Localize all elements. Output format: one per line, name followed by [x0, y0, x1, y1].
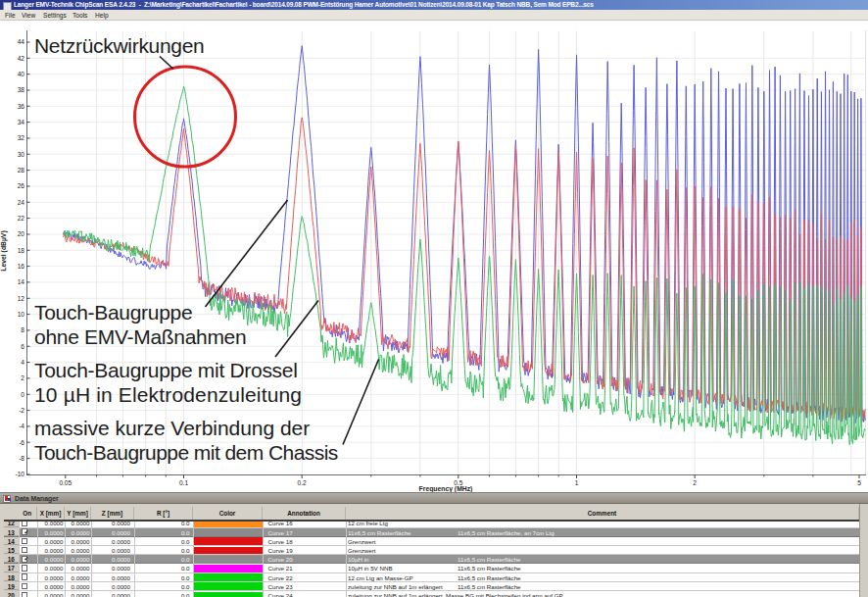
svg-text:36: 36: [18, 103, 25, 110]
svg-text:Netzrückwirkungen: Netzrückwirkungen: [34, 34, 204, 57]
svg-text:18: 18: [18, 247, 25, 254]
svg-text:28: 28: [18, 167, 25, 174]
svg-text:ohne EMV-Maßnahmen: ohne EMV-Maßnahmen: [34, 325, 246, 348]
svg-text:0.05: 0.05: [59, 479, 72, 486]
svg-text:2: 2: [693, 479, 697, 486]
svg-text:0.2: 0.2: [298, 479, 307, 486]
svg-text:12: 12: [18, 295, 25, 302]
svg-text:30: 30: [18, 151, 25, 158]
svg-text:22: 22: [18, 215, 25, 222]
svg-text:34: 34: [18, 119, 25, 125]
svg-text:40: 40: [18, 71, 25, 77]
svg-text:32: 32: [18, 134, 25, 141]
svg-text:14: 14: [18, 278, 25, 285]
svg-text:-8: -8: [19, 455, 24, 462]
svg-text:massive kurze Verbindung der: massive kurze Verbindung der: [34, 417, 310, 439]
svg-text:5: 5: [857, 479, 861, 486]
svg-text:42: 42: [18, 55, 25, 62]
svg-text:24: 24: [18, 199, 25, 206]
svg-text:-4: -4: [19, 423, 24, 429]
svg-text:44: 44: [18, 38, 25, 45]
svg-text:4: 4: [21, 359, 24, 366]
svg-text:Touch-Baugruppe: Touch-Baugruppe: [34, 301, 192, 323]
svg-text:Touch-Baugruppe mit dem Chassi: Touch-Baugruppe mit dem Chassis: [34, 441, 338, 464]
svg-text:10: 10: [18, 311, 25, 318]
svg-text:8: 8: [21, 326, 24, 333]
svg-text:-2: -2: [19, 407, 24, 414]
svg-text:Level (dBµV): Level (dBµV): [0, 230, 8, 271]
svg-text:1: 1: [575, 479, 579, 486]
svg-text:20: 20: [18, 230, 25, 237]
svg-text:Touch-Baugruppe mit Drossel: Touch-Baugruppe mit Drossel: [34, 359, 298, 381]
svg-text:10 µH in Elektrodenzuleitung: 10 µH in Elektrodenzuleitung: [34, 383, 302, 406]
svg-text:-10: -10: [15, 471, 24, 477]
svg-text:0.1: 0.1: [179, 479, 188, 486]
svg-text:2: 2: [21, 374, 24, 381]
svg-text:38: 38: [18, 86, 25, 93]
svg-text:-6: -6: [19, 439, 24, 446]
svg-text:6: 6: [21, 343, 24, 350]
svg-text:16: 16: [18, 263, 25, 270]
svg-text:26: 26: [18, 182, 25, 189]
svg-text:0: 0: [21, 391, 24, 398]
